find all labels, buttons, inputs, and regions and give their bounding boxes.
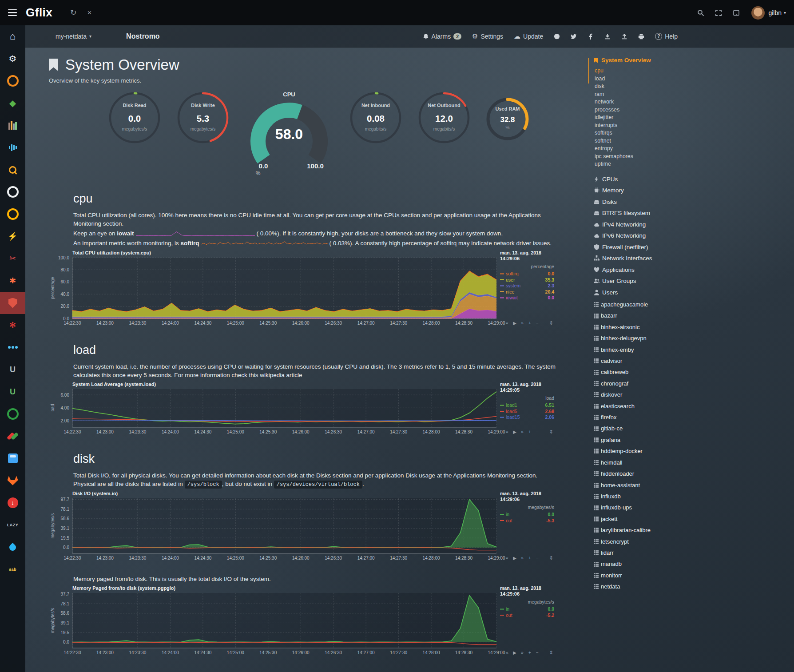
- download-icon[interactable]: [604, 33, 611, 40]
- load-average-chart[interactable]: 14:22:3014:23:0014:23:3014:24:0014:24:30…: [49, 382, 588, 441]
- help-button[interactable]: ? Help: [655, 33, 678, 40]
- search-app-icon[interactable]: [0, 159, 25, 181]
- print-icon[interactable]: [638, 33, 644, 40]
- toc-section-firewall-netfilter[interactable]: Firewall (netfilter): [588, 242, 784, 253]
- toc-app-influxdb-ups[interactable]: influxdb-ups: [588, 502, 784, 513]
- toc-app-monitorr[interactable]: monitorr: [588, 570, 784, 581]
- green-ring-app-icon[interactable]: [0, 403, 25, 425]
- blue-drop-app-icon[interactable]: [0, 536, 25, 558]
- toc-app-apacheguacamole[interactable]: apacheguacamole: [588, 299, 784, 310]
- toc-section-network-interfaces[interactable]: Network Interfaces: [588, 253, 784, 264]
- toc-section-ipv4-networking[interactable]: IPv4 Networking: [588, 219, 784, 231]
- toc-section-btrfs-filesystem[interactable]: BTRFS filesystem: [588, 207, 784, 219]
- brand-nostromo[interactable]: Nostromo: [126, 32, 160, 40]
- toc-app-chronograf[interactable]: chronograf: [588, 378, 784, 389]
- sab-logo[interactable]: sab: [0, 558, 25, 581]
- books-app-icon[interactable]: [0, 114, 25, 136]
- red-download-app-icon[interactable]: ↓: [0, 492, 25, 514]
- toc-app-home-assistant[interactable]: home-assistant: [588, 480, 784, 491]
- cpu-utilization-chart[interactable]: 14:22:3014:23:0014:23:3014:24:0014:24:30…: [49, 251, 588, 333]
- github-icon[interactable]: [554, 33, 560, 40]
- settings-gear-icon[interactable]: ⚙: [0, 48, 25, 70]
- green-diamond-app-icon[interactable]: ◆: [0, 92, 25, 114]
- refresh-icon[interactable]: ↻: [70, 8, 76, 17]
- toc-subitem-cpu[interactable]: cpu: [595, 67, 784, 75]
- toc-app-binhex-delugevpn[interactable]: binhex-delugevpn: [588, 333, 784, 344]
- toc-app-jackett[interactable]: jackett: [588, 513, 784, 525]
- toc-app-binhex-emby[interactable]: binhex-emby: [588, 344, 784, 355]
- toc-section-cpus[interactable]: CPUs: [588, 174, 784, 185]
- twitter-icon[interactable]: [571, 33, 577, 40]
- toc-subitem-ram[interactable]: ram: [595, 91, 784, 99]
- toc-section-user-groups[interactable]: User Groups: [588, 275, 784, 287]
- host-dropdown[interactable]: my-netdata▾: [56, 33, 91, 40]
- settings-button[interactable]: ⚙ Settings: [472, 32, 503, 40]
- alarms-button[interactable]: Alarms 2: [423, 33, 461, 40]
- disk-io-chart[interactable]: 14:22:3014:23:0014:23:3014:24:0014:24:30…: [49, 491, 588, 568]
- cpu-gauge[interactable]: CPU58.00.0100.0%: [244, 90, 335, 179]
- toc-subitem-idlejitter[interactable]: idlejitter: [595, 114, 784, 122]
- toc-subitem-processes[interactable]: processes: [595, 106, 784, 114]
- toc-section-disks[interactable]: Disks: [588, 196, 784, 208]
- used-ram-gauge[interactable]: Used RAM32.8%: [485, 96, 530, 143]
- soundwave-app-icon[interactable]: [0, 136, 25, 159]
- toc-subitem-interrupts[interactable]: interrupts: [595, 122, 784, 130]
- disk-write-gauge[interactable]: Disk Write5.3megabytes/s: [175, 90, 230, 147]
- red-shield-app-icon[interactable]: [0, 292, 25, 314]
- hamburger-menu-icon[interactable]: [8, 9, 17, 16]
- user-menu[interactable]: gilbn▾: [768, 9, 786, 16]
- fullscreen-icon[interactable]: [715, 9, 722, 16]
- toc-app-elasticsearch[interactable]: elasticsearch: [588, 401, 784, 412]
- red-cluster-app-icon[interactable]: ✻: [0, 314, 25, 336]
- toc-app-cadvisor[interactable]: cadvisor: [588, 355, 784, 366]
- blue-dots-app-icon[interactable]: [0, 336, 25, 358]
- toc-subitem-load[interactable]: load: [595, 75, 784, 83]
- toc-app-diskover[interactable]: diskover: [588, 389, 784, 400]
- target-app-icon[interactable]: [0, 181, 25, 203]
- search-icon[interactable]: [697, 9, 704, 16]
- toc-app-hddtemp-docker[interactable]: hddtemp-docker: [588, 445, 784, 457]
- toc-app-influxdb[interactable]: influxdb: [588, 491, 784, 502]
- toc-section-memory[interactable]: Memory: [588, 185, 784, 196]
- toc-app-mariadb[interactable]: mariadb: [588, 558, 784, 569]
- toc-subitem-disk[interactable]: disk: [595, 83, 784, 91]
- facebook-icon[interactable]: [588, 33, 594, 40]
- toc-app-firefox[interactable]: firefox: [588, 412, 784, 423]
- memory-paged-chart[interactable]: 14:22:3014:23:0014:23:3014:24:0014:24:30…: [49, 586, 588, 662]
- toc-section-users[interactable]: Users: [588, 287, 784, 298]
- toc-section-applications[interactable]: Applications: [588, 264, 784, 276]
- toc-subitem-softnet[interactable]: softnet: [595, 137, 784, 145]
- net-inbound-gauge[interactable]: Net Inbound0.08megabits/s: [348, 90, 403, 147]
- devices-icon[interactable]: [733, 9, 740, 16]
- pills-app-icon[interactable]: [0, 425, 25, 447]
- toc-app-lidarr[interactable]: lidarr: [588, 547, 784, 558]
- toc-subitem-network[interactable]: network: [595, 98, 784, 106]
- close-icon[interactable]: ×: [87, 8, 92, 17]
- spider-app-icon[interactable]: ✱: [0, 270, 25, 292]
- toc-header-system-overview[interactable]: System Overview: [588, 57, 784, 64]
- toc-app-calibreweb[interactable]: calibreweb: [588, 366, 784, 378]
- orange-ring-app-icon[interactable]: [0, 70, 25, 92]
- bolt-app-icon[interactable]: ⚡: [0, 225, 25, 247]
- avatar[interactable]: [751, 6, 765, 20]
- upload-icon[interactable]: [621, 33, 627, 40]
- toc-subitem-softirqs[interactable]: softirqs: [595, 129, 784, 137]
- gray-u-app-icon[interactable]: U: [0, 358, 25, 381]
- scissors-app-icon[interactable]: ✂: [0, 247, 25, 270]
- toc-section-ipv6-networking[interactable]: IPv6 Networking: [588, 230, 784, 242]
- toc-app-grafana[interactable]: grafana: [588, 434, 784, 445]
- green-u-app-icon[interactable]: U: [0, 381, 25, 403]
- blue-window-app-icon[interactable]: [0, 447, 25, 469]
- toc-app-letsencrypt[interactable]: letsencrypt: [588, 536, 784, 547]
- toc-app-gitlab-ce[interactable]: gitlab-ce: [588, 423, 784, 434]
- disk-read-gauge[interactable]: Disk Read0.0megabytes/s: [107, 90, 162, 147]
- toc-app-heimdall[interactable]: heimdall: [588, 457, 784, 468]
- toc-app-hiddenloader[interactable]: hiddenloader: [588, 468, 784, 479]
- toc-app-binhex-airsonic[interactable]: binhex-airsonic: [588, 322, 784, 333]
- home-icon[interactable]: ⌂: [0, 25, 25, 48]
- lazylibrarian-logo[interactable]: LAZY: [0, 514, 25, 536]
- toc-subitem-ipc-semaphores[interactable]: ipc semaphores: [595, 153, 784, 161]
- gitlab-fox-app-icon[interactable]: [0, 469, 25, 492]
- toc-app-bazarr[interactable]: bazarr: [588, 310, 784, 321]
- toc-subitem-entropy[interactable]: entropy: [595, 145, 784, 153]
